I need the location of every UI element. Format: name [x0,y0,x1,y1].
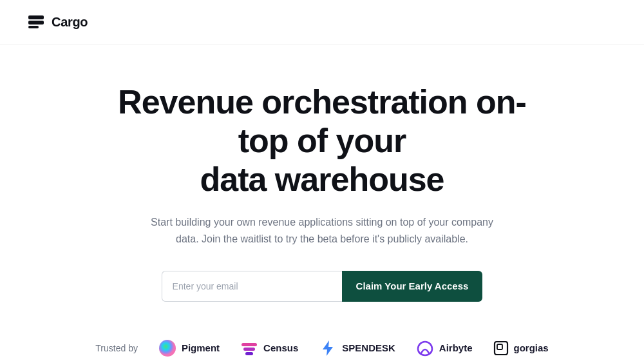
svg-rect-9 [497,344,502,349]
spendesk-icon [319,339,337,357]
gorgias-logo: gorgias [493,340,549,356]
gorgias-icon [493,340,509,356]
trusted-label: Trusted by [95,343,138,353]
census-logo: Census [240,339,298,357]
trusted-section: Trusted by Pigment [70,333,574,363]
email-input[interactable] [162,271,342,302]
pigment-icon [158,339,176,357]
hero-subtitle: Start building your own revenue applicat… [148,214,496,247]
svg-rect-5 [243,348,255,351]
svg-point-3 [159,340,176,357]
svg-rect-4 [242,343,257,346]
svg-rect-1 [28,21,44,25]
cta-button[interactable]: Claim Your Early Access [342,271,483,302]
logo-text: Cargo [52,15,88,30]
svg-rect-0 [28,15,44,19]
pigment-logo: Pigment [158,339,220,357]
svg-rect-8 [495,342,507,355]
hero-title: Revenue orchestration on-top of your dat… [97,83,547,199]
logo[interactable]: Cargo [26,12,88,32]
svg-rect-6 [245,352,253,355]
header: Cargo [0,0,644,44]
cargo-logo-icon [26,12,46,32]
svg-marker-7 [323,340,333,356]
spendesk-logo: SPENDESK [319,339,395,357]
svg-rect-2 [28,26,39,28]
hero-section: Revenue orchestration on-top of your dat… [0,44,644,363]
cta-form: Claim Your Early Access [162,271,483,302]
census-icon [240,339,258,357]
airbyte-icon [416,339,434,357]
logos-row: Pigment Census SPENDESK [158,339,549,357]
airbyte-logo: Airbyte [416,339,473,357]
